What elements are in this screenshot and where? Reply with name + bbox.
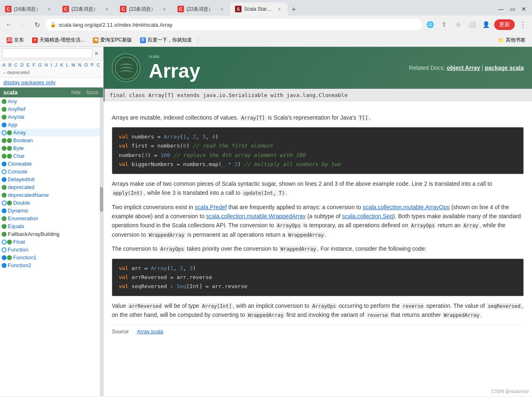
profile-button[interactable]: 👤 <box>480 19 492 30</box>
update-button[interactable]: 更新 <box>494 19 515 30</box>
bookmark-tm[interactable]: T 天猫精选-理想生活... <box>29 35 88 45</box>
sidebar-title: scala <box>3 89 70 96</box>
sidebar-item-fallbackarraybuilding[interactable]: FallbackArrayBuilding <box>0 230 100 238</box>
tab-title-5: Scala Star… <box>244 6 274 12</box>
alpha-f[interactable]: F <box>32 62 36 68</box>
sidebar-item-char[interactable]: Char <box>0 152 100 160</box>
tab-close-1[interactable]: × <box>46 6 53 12</box>
bookmark-button[interactable]: ☆ <box>452 19 464 30</box>
other-bookmarks-label: 其他书签 <box>506 37 525 44</box>
packages-only-label[interactable]: display packages only <box>3 79 55 85</box>
translate-button[interactable]: 🌐 <box>424 19 436 30</box>
sidebar-item-delayedinit[interactable]: DelayedInit <box>0 175 100 183</box>
sidebar-item-double[interactable]: Double <box>0 199 100 207</box>
source-link[interactable]: Array.scala <box>137 328 163 335</box>
search-clear-icon[interactable]: ✕ <box>92 49 101 58</box>
alpha-e[interactable]: E <box>26 62 30 68</box>
svg-point-0 <box>115 57 137 79</box>
tab-close-5[interactable]: × <box>276 6 283 12</box>
alpha-j[interactable]: J <box>54 62 58 68</box>
alpha-k[interactable]: K <box>59 62 64 68</box>
alpha-p[interactable]: P <box>90 62 94 68</box>
sidebar-item-app[interactable]: App <box>0 121 100 129</box>
class-name-heading: Array <box>149 60 200 82</box>
alpha-d[interactable]: D <box>20 62 25 68</box>
sidebar-item-any[interactable]: Any <box>0 97 100 105</box>
alpha-g[interactable]: G <box>37 62 43 68</box>
sidebar-item-byte[interactable]: Byte <box>0 144 100 152</box>
tab-close-4[interactable]: × <box>219 6 225 12</box>
tab-4[interactable]: C (22条消息） × <box>173 2 230 16</box>
tab-5[interactable]: S Scala Star… × <box>230 2 288 16</box>
alpha-i[interactable]: I <box>50 62 53 68</box>
sidebar-focus-button[interactable]: focus <box>85 89 100 96</box>
alpha-h[interactable]: H <box>44 62 49 68</box>
sidebar-item-anyval-label: AnyVal <box>8 114 24 120</box>
sidebar-item-anyref[interactable]: AnyRef <box>0 105 100 113</box>
sidebar-item-fallbackarraybuilding-label: FallbackArrayBuilding <box>8 231 60 237</box>
sidebar-item-function1[interactable]: Function1 <box>0 254 100 261</box>
tab-2[interactable]: C (22条消息） × <box>58 2 115 16</box>
tab-close-2[interactable]: × <box>104 6 110 12</box>
watermark: CSDN @xizaizhao <box>491 389 529 394</box>
restore-button[interactable]: ▭ <box>507 4 517 14</box>
alpha-l[interactable]: L <box>65 62 69 68</box>
back-button[interactable]: ← <box>3 19 15 30</box>
scala-logo <box>112 53 140 82</box>
sidebar-item-float[interactable]: Float <box>0 238 100 246</box>
alpha-c[interactable]: C <box>14 62 18 68</box>
alpha-o[interactable]: O <box>83 62 89 68</box>
forward-button[interactable]: → <box>17 19 29 30</box>
sidebar-hide-button[interactable]: hide <box>70 89 83 96</box>
tab-title-1: (16条消息） <box>14 6 44 13</box>
seq-link[interactable]: scala.collection.Seq <box>342 213 393 219</box>
sidebar-item-enumeration[interactable]: Enumeration <box>0 215 100 222</box>
tab-favicon-3: C <box>120 6 127 12</box>
bookmark-sep <box>198 36 198 44</box>
sidebar-toggle-button[interactable]: ⬜ <box>466 19 478 30</box>
arrayops-link[interactable]: scala.collection.mutable.ArrayOps <box>363 204 450 210</box>
alpha-n[interactable]: N <box>77 62 82 68</box>
sidebar-item-function[interactable]: Function <box>0 246 100 254</box>
tab-add-button[interactable]: + <box>288 3 300 16</box>
sidebar-item-cloneable[interactable]: Cloneable <box>0 160 100 168</box>
sidebar-item-anyval[interactable]: AnyVal <box>0 113 100 121</box>
minimize-button[interactable]: — <box>496 4 506 14</box>
alpha-m[interactable]: M <box>71 62 76 68</box>
related-package-link[interactable]: package scala <box>485 65 524 71</box>
bookmark-at[interactable]: 淘 爱淘宝PC新版 <box>90 35 135 45</box>
predef-link[interactable]: scala.Predef <box>195 204 227 210</box>
reload-button[interactable]: ↻ <box>31 19 43 30</box>
sidebar-item-dynamic[interactable]: Dynamic <box>0 207 100 215</box>
tab-title-3: (22条消息） <box>129 6 159 13</box>
sidebar-item-equals[interactable]: Equals <box>0 222 100 230</box>
tab-close-3[interactable]: × <box>161 6 168 12</box>
alpha-a[interactable]: A <box>2 62 6 68</box>
folder-icon: 📁 <box>498 37 504 43</box>
tab-title-4: (22条消息） <box>187 6 217 13</box>
sidebar-item-array[interactable]: Array <box>0 129 100 136</box>
menu-button[interactable]: ⋮ <box>517 19 529 30</box>
sidebar-item-array-label: Array <box>13 129 26 136</box>
tab-3[interactable]: C (22条消息） × <box>115 2 173 16</box>
other-bookmarks[interactable]: 📁 其他书签 <box>495 35 529 45</box>
sidebar-item-function2[interactable]: Function2 <box>0 261 100 269</box>
related-docs-prefix: Related Docs: <box>409 65 445 71</box>
close-button[interactable]: ✕ <box>519 4 529 14</box>
sidebar-item-console[interactable]: Console <box>0 168 100 175</box>
bookmark-jd[interactable]: JD 京东 <box>3 35 27 45</box>
sidebar-item-boolean[interactable]: Boolean <box>0 136 100 144</box>
address-input[interactable]: 🔒 scala-lang.org/api/2.11.x/index.html#s… <box>45 19 422 30</box>
bookmark-bd[interactable]: 百 百度一下，你就知道 <box>137 35 195 45</box>
tab-1[interactable]: C (16条消息） × <box>0 2 58 16</box>
sidebar-item-deprecated[interactable]: deprecated <box>0 183 100 191</box>
alpha-b[interactable]: B <box>7 62 12 68</box>
related-object-link[interactable]: object Array <box>447 65 480 71</box>
sidebar-item-deprecatedname[interactable]: deprecatedName <box>0 191 100 199</box>
lock-icon: 🔒 <box>50 22 56 28</box>
search-input[interactable] <box>2 48 92 58</box>
wrappedarray-link[interactable]: scala.collection.mutable.WrappedArray <box>206 213 306 219</box>
alpha-q-end[interactable]: C <box>96 62 101 68</box>
share-button[interactable]: ⇧ <box>438 19 450 30</box>
scala-sub-label: scala <box>149 54 200 59</box>
